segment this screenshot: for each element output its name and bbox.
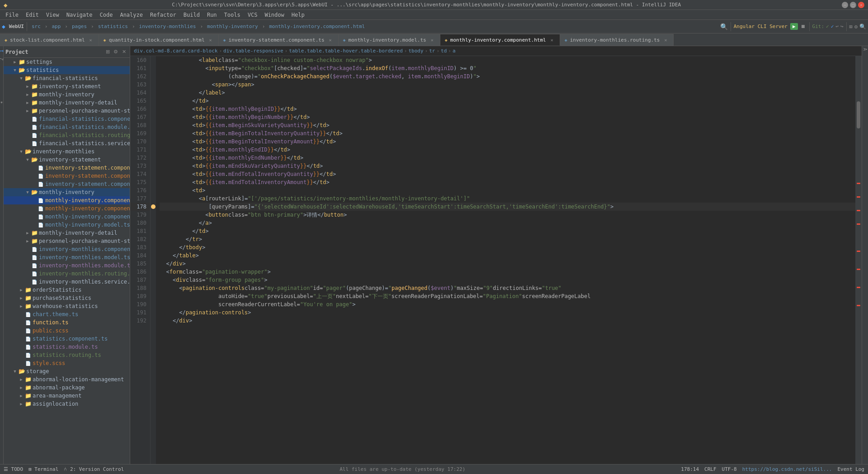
menu-code[interactable]: Code [96, 11, 117, 19]
tree-public-scss[interactable]: ▶ 📄 public.scss [4, 327, 130, 335]
bc-td[interactable]: td [441, 48, 447, 54]
toolbar-inventory-monthlies[interactable]: inventory-monthlies [137, 23, 198, 30]
tab-close-stock-list[interactable]: ✕ [88, 37, 94, 43]
toolbar-statistics[interactable]: statistics [96, 23, 130, 30]
sidebar-gear-btn[interactable]: ⚙ [112, 48, 120, 56]
tree-monthly-inventory-f[interactable]: ▶ 📁 monthly-inventory [4, 90, 130, 99]
code-editor[interactable]: <label class="checkbox-inline custom-che… [156, 56, 855, 464]
menu-file[interactable]: File [2, 11, 22, 19]
menu-refactor[interactable]: Refactor [146, 11, 180, 19]
tree-inv-monthlies-module[interactable]: ▶ 📄 inventory-monthlies.module.ts [4, 261, 130, 270]
tree-purchase-statistics[interactable]: ▶ 📁 purchaseStatistics [4, 294, 130, 302]
menu-navigate[interactable]: Navigate [63, 11, 96, 19]
tree-inv-monthlies-service[interactable]: ▶ 📄 inventory-monthlies.service.ts [4, 278, 130, 286]
tree-statistics-routing[interactable]: ▶ 📄 statistics.routing.ts [4, 351, 130, 359]
sidebar-close-btn[interactable]: ✕ [120, 48, 128, 56]
tab-close-quantity[interactable]: ✕ [208, 37, 214, 43]
tab-monthly-inventory-component[interactable]: ◈ monthly-inventory.component.html ✕ [440, 34, 560, 46]
tab-stock-list[interactable]: ◈ stock-list.component.html ✕ [0, 34, 99, 46]
tree-inventory-monthlies-dir[interactable]: ▼ 📂 inventory-monthlies [4, 147, 130, 156]
menu-analyze[interactable]: Analyze [116, 11, 146, 19]
tab-quantity-in-stock[interactable]: ◈ quantity-in-stock.component.html ✕ [99, 34, 219, 46]
tree-statistics[interactable]: ▼ 📂 statistics [4, 66, 130, 74]
menu-help[interactable]: Help [288, 11, 308, 19]
menu-build[interactable]: Build [180, 11, 203, 19]
bc-div-col[interactable]: div.col-md-8.card.card-block [134, 48, 217, 54]
favorites-tab-label[interactable]: ★ [0, 99, 4, 107]
status-todo[interactable]: ☰ TODO [4, 466, 23, 472]
menu-run[interactable]: Run [203, 11, 221, 19]
tree-inventory-statement[interactable]: ▶ 📁 inventory-statement [4, 82, 130, 90]
tree-statistics-component[interactable]: ▶ 📄 statistics.component.ts [4, 335, 130, 343]
run-btn[interactable]: ▶ [790, 23, 798, 30]
tree-monthly-inventory-scss[interactable]: ▶ 📄 monthly-inventory.component.scss [4, 204, 130, 213]
tree-financial-service[interactable]: ▶ 📄 financial-statistics.service.ts [4, 139, 130, 147]
tree-inv-monthlies-routing[interactable]: ▶ 📄 inventory-monthlies.routing.ts [4, 270, 130, 278]
menu-view[interactable]: View [42, 11, 63, 19]
tree-inv-statement-html[interactable]: ▶ 📄 inventory-statement.component.html [4, 164, 130, 172]
git-arrow-fwd[interactable]: ↪ [840, 24, 844, 29]
toolbar-src[interactable]: src [30, 23, 42, 30]
tree-assignlocation[interactable]: ▶ 📁 assignlocation [4, 400, 130, 408]
status-charset[interactable]: UTF-8 [722, 466, 737, 472]
tree-personnel2[interactable]: ▶ 📁 personnel-purchase-amount-statistics [4, 237, 130, 245]
tree-function[interactable]: ▶ 📄 function.ts [4, 318, 130, 327]
tree-monthly-inventory-detail-f[interactable]: ▶ 📁 monthly-inventory-detail [4, 99, 130, 107]
tree-monthly-inventory-model[interactable]: ▶ 📄 monthly-inventory.model.ts [4, 221, 130, 229]
tree-monthly-inventory-detail-dir2[interactable]: ▶ 📁 monthly-inventory-detail [4, 229, 130, 237]
tree-monthly-inventory-ts[interactable]: ▶ 📄 monthly-inventory.component.ts [4, 213, 130, 221]
tree-order-statistics[interactable]: ▶ 📁 orderStatistics [4, 286, 130, 294]
tree-personnel[interactable]: ▶ 📁 personnel-purchase-amount-statistics [4, 107, 130, 115]
tree-statistics-module[interactable]: ▶ 📄 statistics.module.ts [4, 343, 130, 351]
tree-inventory-statement2[interactable]: ▼ 📂 inventory-statement [4, 156, 130, 164]
bc-div-table-responsive[interactable]: div.table-responsive [223, 48, 283, 54]
tree-inv-monthlies-model[interactable]: ▶ 📄 inventory-monthlies.model.ts [4, 253, 130, 261]
minimize-button[interactable]: — [842, 2, 848, 8]
scrollbar-thumb[interactable] [857, 101, 860, 128]
project-tab-label[interactable]: 1 [0, 48, 4, 54]
tab-inventory-monthlies-routing[interactable]: ◈ inventory-monthlies.routing.ts ✕ [560, 34, 674, 46]
tab-monthly-inventory-model[interactable]: ◈ monthly-inventory.model.ts ✕ [339, 34, 440, 46]
status-blog-url[interactable]: https://blog.csdn.net/siSil... [742, 466, 832, 472]
menu-edit[interactable]: Edit [22, 11, 42, 19]
toolbar-monthly-inventory[interactable]: monthly-inventory [205, 23, 260, 30]
status-terminal[interactable]: ⊞ Terminal [28, 466, 58, 472]
status-line-col[interactable]: 178:14 [681, 466, 699, 472]
toolbar-search-icon[interactable]: 🔍 [720, 23, 728, 30]
tree-warehouse-statistics[interactable]: ▶ 📁 warehouse-statistics [4, 302, 130, 310]
toolbar-file[interactable]: monthly-inventory.component.html [267, 23, 367, 30]
tab-close-inventory-statement[interactable]: ✕ [327, 37, 334, 43]
layout-icon[interactable]: ⊞ [849, 24, 853, 30]
status-crlf[interactable]: CRLF [704, 466, 717, 472]
settings-icon[interactable]: ⚙ [854, 24, 858, 30]
menu-window[interactable]: Window [261, 11, 288, 19]
tree-financial-module[interactable]: ▶ 📄 financial-statistics.module.ts [4, 123, 130, 131]
maximize-button[interactable]: □ [850, 2, 856, 8]
status-event-log[interactable]: Event Log [837, 466, 864, 472]
tab-close-active[interactable]: ✕ [549, 37, 555, 43]
bc-a[interactable]: a [453, 48, 456, 54]
tree-area-management[interactable]: ▶ 📁 area-management [4, 392, 130, 400]
git-arrow-back[interactable]: ↩ [835, 24, 839, 29]
tab-close-routing[interactable]: ✕ [662, 37, 669, 43]
bc-tr[interactable]: tr [429, 48, 435, 54]
tree-monthly-inventory-dir2[interactable]: ▼ 📂 monthly-inventory [4, 188, 130, 196]
close-button[interactable]: ✕ [858, 2, 864, 8]
tree-abnormal-location[interactable]: ▶ 📁 abnormal-location-management [4, 375, 130, 384]
menu-tools[interactable]: Tools [221, 11, 244, 19]
search-icon2[interactable]: 🔍 [859, 24, 866, 30]
tree-financial-routing[interactable]: ▶ 📄 financial-statistics.routing.ts [4, 131, 130, 139]
tab-inventory-statement[interactable]: ◈ inventory-statement.component.ts ✕ [219, 34, 339, 46]
status-version-control[interactable]: ⑃ 2: Version Control [64, 466, 124, 472]
structure-tab-label[interactable]: 2 [0, 56, 4, 62]
tree-settings[interactable]: ▶ 📁 settings [4, 58, 130, 66]
code-scrollbar[interactable] [855, 56, 862, 464]
tree-abnormal-package[interactable]: ▶ 📁 abnormal-package [4, 384, 130, 392]
bc-table[interactable]: table.table.table-hover.table-bordered [289, 48, 403, 54]
tree-inv-statement-scss[interactable]: ▶ 📄 inventory-statement.component.scss [4, 172, 130, 180]
sidebar-expand-btn[interactable]: ⊞ [104, 48, 112, 56]
bc-tbody[interactable]: tbody [408, 48, 423, 54]
tab-close-model[interactable]: ✕ [429, 37, 435, 43]
tree-style-scss[interactable]: ▶ 📄 style.scss [4, 359, 130, 367]
tree-chart-theme[interactable]: ▶ 📄 chart.theme.ts [4, 310, 130, 318]
